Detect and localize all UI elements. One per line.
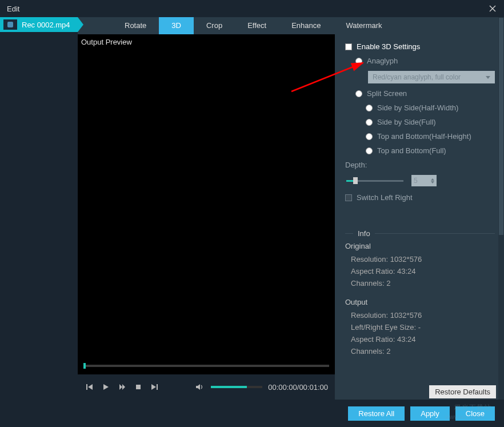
prev-button[interactable] <box>85 381 95 393</box>
preview-label: Output Preview <box>81 38 132 46</box>
svg-marker-3 <box>88 384 93 390</box>
tab-3d[interactable]: 3D <box>159 17 194 34</box>
svg-marker-8 <box>151 384 156 390</box>
fast-forward-button[interactable] <box>117 381 127 393</box>
tab-watermark[interactable]: Watermark <box>333 17 394 34</box>
window-title: Edit <box>7 5 19 13</box>
svg-marker-10 <box>196 384 200 390</box>
svg-rect-2 <box>86 384 87 390</box>
volume-control <box>194 381 262 393</box>
sbs-half-label: Side by Side(Half-Width) <box>377 103 458 112</box>
time-display: 00:00:00/00:01:00 <box>268 383 328 392</box>
info-header-label: Info <box>353 229 375 238</box>
anaglyph-label: Anaglyph <box>367 57 398 65</box>
file-thumbnail <box>3 19 17 30</box>
seek-slider[interactable] <box>83 365 329 367</box>
split-screen-radio[interactable] <box>355 90 362 97</box>
stop-icon <box>135 384 142 390</box>
original-title: Original <box>345 242 495 250</box>
tab-effect[interactable]: Effect <box>235 17 279 34</box>
split-screen-label: Split Screen <box>367 89 407 98</box>
sbs-full-radio[interactable] <box>366 119 373 126</box>
close-icon <box>489 5 496 12</box>
anaglyph-radio[interactable] <box>355 58 362 65</box>
tb-full-label: Top and Bottom(Full) <box>377 146 446 155</box>
main-content: Rec 0002.mp4 Rotate 3D Crop Effect Enhan… <box>0 17 504 400</box>
restore-defaults-button[interactable]: Restore Defaults <box>429 385 496 398</box>
speaker-icon <box>195 383 205 391</box>
tab-rotate[interactable]: Rotate <box>112 17 159 34</box>
info-original: Original Resolution: 1032*576 Aspect Rat… <box>345 242 495 288</box>
tb-full-radio[interactable] <box>366 147 373 154</box>
svg-marker-4 <box>103 384 109 390</box>
skip-back-icon <box>86 383 94 391</box>
apply-button[interactable]: Apply <box>410 406 450 421</box>
skip-forward-icon <box>150 383 158 391</box>
close-button[interactable]: Close <box>455 406 495 421</box>
close-window-button[interactable] <box>481 0 504 17</box>
stop-button[interactable] <box>133 381 143 393</box>
work-area: Output Preview <box>78 34 504 400</box>
spinner-down-icon <box>431 181 434 183</box>
restore-all-button[interactable]: Restore All <box>348 406 405 421</box>
next-button[interactable] <box>149 381 159 393</box>
anaglyph-dropdown[interactable]: Red/cyan anaglyph, full color <box>368 71 495 83</box>
svg-rect-9 <box>157 384 158 390</box>
tab-enhance[interactable]: Enhance <box>279 17 333 34</box>
spinner-up-icon <box>431 178 434 181</box>
svg-rect-7 <box>136 385 141 389</box>
svg-marker-5 <box>119 384 122 390</box>
playback-controls: 00:00:00/00:01:00 <box>78 374 335 400</box>
titlebar: Edit <box>0 0 504 17</box>
settings-panel: Enable 3D Settings Anaglyph Red/cyan ana… <box>335 34 504 400</box>
volume-slider[interactable] <box>211 386 262 388</box>
fast-forward-icon <box>118 383 126 391</box>
tb-half-radio[interactable] <box>366 133 373 140</box>
original-resolution: Resolution: 1032*576 <box>351 255 495 264</box>
output-aspect: Aspect Ratio: 43:24 <box>351 335 495 344</box>
tb-half-label: Top and Bottom(Half-Height) <box>377 132 471 141</box>
switch-lr-checkbox[interactable] <box>345 194 352 201</box>
output-title: Output <box>345 298 495 306</box>
preview-viewport: Output Preview <box>78 34 335 357</box>
depth-slider[interactable] <box>346 180 403 182</box>
switch-lr-label: Switch Left Right <box>357 193 413 202</box>
mute-button[interactable] <box>194 381 206 393</box>
play-icon <box>102 383 110 391</box>
seek-bar-row <box>78 357 335 374</box>
content-area: Rotate 3D Crop Effect Enhance Watermark … <box>78 17 504 400</box>
output-eye-size: Left/Right Eye Size: - <box>351 323 495 332</box>
output-resolution: Resolution: 1032*576 <box>351 311 495 320</box>
original-aspect: Aspect Ratio: 43:24 <box>351 267 495 276</box>
play-button[interactable] <box>101 381 111 393</box>
depth-spinner[interactable]: 5 <box>411 175 437 186</box>
tab-crop[interactable]: Crop <box>194 17 235 34</box>
chevron-down-icon <box>486 76 490 79</box>
sbs-half-radio[interactable] <box>366 105 373 111</box>
output-channels: Channels: 2 <box>351 347 495 356</box>
original-channels: Channels: 2 <box>351 279 495 288</box>
sidebar: Rec 0002.mp4 <box>0 17 78 400</box>
vertical-scrollbar[interactable] <box>498 17 504 400</box>
enable-3d-label: Enable 3D Settings <box>357 42 420 51</box>
depth-label: Depth: <box>345 161 367 169</box>
info-output: Output Resolution: 1032*576 Left/Right E… <box>345 298 495 356</box>
anaglyph-dropdown-value: Red/cyan anaglyph, full color <box>373 73 461 81</box>
svg-marker-6 <box>122 384 125 390</box>
sbs-full-label: Side by Side(Full) <box>377 118 436 126</box>
file-name-label: Rec 0002.mp4 <box>22 21 70 29</box>
info-header: Info <box>345 221 495 234</box>
tab-bar: Rotate 3D Crop Effect Enhance Watermark <box>78 17 504 34</box>
file-tab[interactable]: Rec 0002.mp4 <box>0 17 78 32</box>
enable-3d-checkbox[interactable] <box>345 43 352 50</box>
depth-value: 5 <box>414 177 418 185</box>
preview-column: Output Preview <box>78 34 335 400</box>
footer-bar: Restore All Apply Close 极光下载站 www.xz7.co… <box>0 400 504 427</box>
